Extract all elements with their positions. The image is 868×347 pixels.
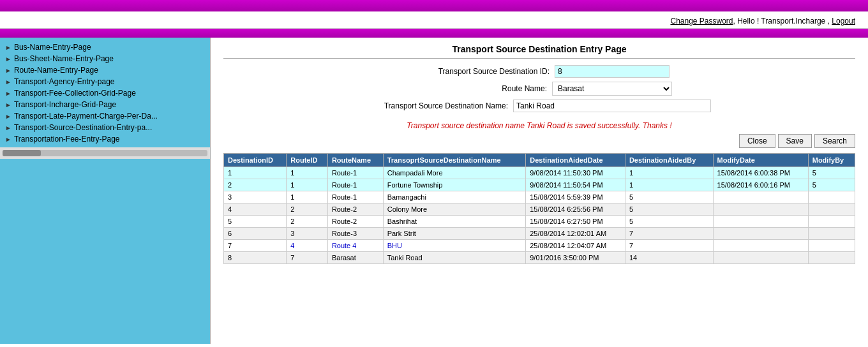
table-row[interactable]: 21Route-1Fortune Township9/08/2014 11:50… [224,179,855,191]
table-cell: 1 [287,191,328,203]
table-row[interactable]: 11Route-1Champadali More9/08/2014 11:50:… [224,167,855,179]
search-button[interactable]: Search [814,134,855,148]
table-cell: 15/08/2014 6:00:16 PM [713,179,808,191]
sidebar: ►Bus-Name-Entry-Page►Bus-Sheet-Name-Entr… [0,38,211,344]
table-header-cell: DestinationID [224,154,287,167]
table-cell: 9/08/2014 11:50:54 PM [526,179,625,191]
sidebar-item-label: Bus-Sheet-Name-Entry-Page [14,54,114,63]
table-cell: 5 [808,179,855,191]
save-button[interactable]: Save [778,134,812,148]
greeting-label: Hello ! Transport.Incharge [737,17,825,26]
table-cell: Barasat [327,252,383,264]
table-cell: 9/01/2016 3:50:00 PM [526,252,625,264]
table-cell: 7 [224,240,287,252]
table-cell: 5 [808,167,855,179]
destination-input[interactable] [513,100,711,112]
sidebar-arrow-icon: ► [5,113,11,120]
table-row[interactable]: 87BarasatTanki Road9/01/2016 3:50:00 PM1… [224,252,855,264]
table-cell: 4 [224,203,287,216]
sidebar-item[interactable]: ►Bus-Sheet-Name-Entry-Page [0,53,210,64]
table-cell: 15/08/2014 6:25:56 PM [526,203,625,216]
table-cell: 7 [287,252,328,264]
route-label: Route Name: [407,84,547,93]
table-cell: Park Strit [383,228,526,240]
table-cell: 4 [287,240,328,252]
change-password-link[interactable]: Change Password [670,17,733,26]
table-cell: 5 [625,203,713,216]
sidebar-item[interactable]: ►Route-Name-Entry-Page [0,64,210,76]
sidebar-arrow-icon: ► [5,136,11,143]
sidebar-scrollbar-area[interactable] [0,147,210,159]
table-cell [713,228,808,240]
table-cell: 2 [287,203,328,216]
table-header-cell: TransoprtSourceDestinationName [383,154,526,167]
table-cell: Route-3 [327,228,383,240]
table-cell: 9/08/2014 11:50:30 PM [526,167,625,179]
table-cell [713,203,808,216]
success-message: Transport source destination name Tanki … [223,121,855,130]
table-cell [713,252,808,264]
form-section: Transport Source Destination ID: Route N… [223,65,855,116]
header-area: Change Password, Hello ! Transport.Incha… [0,11,868,29]
sidebar-arrow-icon: ► [5,90,11,97]
sidebar-item[interactable]: ►Bus-Name-Entry-Page [0,41,210,53]
sidebar-item-label: Transport-Late-Payment-Charge-Per-Da... [14,112,158,121]
route-select[interactable]: Barasat [552,82,672,96]
transport-id-input[interactable] [555,65,670,78]
data-table: DestinationIDRouteIDRouteNameTransoprtSo… [223,153,855,264]
sidebar-arrow-icon: ► [5,55,11,63]
sidebar-item[interactable]: ►Transport-Agency-Entry-page [0,76,210,87]
table-cell [808,228,855,240]
table-header-cell: RouteID [287,154,328,167]
form-row-route: Route Name: Barasat [407,82,672,96]
table-cell [808,216,855,228]
table-header-cell: ModifyBy [808,154,855,167]
table-cell: 7 [625,240,713,252]
button-row: Close Save Search [223,134,855,148]
sidebar-arrow-icon: ► [5,101,11,108]
sidebar-item-label: Transportation-Fee-Entry-Page [14,135,120,144]
sidebar-item-label: Transport-Agency-Entry-page [14,77,115,86]
table-cell: 6 [224,228,287,240]
close-button[interactable]: Close [739,134,775,148]
form-row-id: Transport Source Destination ID: [409,65,670,78]
table-row[interactable]: 63Route-3Park Strit25/08/2014 12:02:01 A… [224,228,855,240]
table-cell: 25/08/2014 12:04:07 AM [526,240,625,252]
sidebar-item-label: Transport-Incharge-Grid-Page [14,100,116,109]
sidebar-item-list: ►Bus-Name-Entry-Page►Bus-Sheet-Name-Entr… [0,41,210,145]
table-row[interactable]: 42Route-2Colony More15/08/2014 6:25:56 P… [224,203,855,216]
page-title: Transport Source Destination Entry Page [223,44,855,59]
table-cell: Route-1 [327,191,383,203]
sidebar-item[interactable]: ►Transport-Incharge-Grid-Page [0,99,210,110]
table-header-cell: DestinationAidedDate [526,154,625,167]
sidebar-arrow-icon: ► [5,44,11,51]
table-row[interactable]: 31Route-1Bamangachi15/08/2014 5:59:39 PM… [224,191,855,203]
table-cell: Route-1 [327,179,383,191]
nav-bar [0,29,868,38]
sidebar-item[interactable]: ►Transport-Source-Destination-Entry-pa..… [0,122,210,133]
header-links: Change Password, Hello ! Transport.Incha… [670,17,855,26]
table-cell: 1 [625,179,713,191]
table-cell: 1 [287,179,328,191]
sidebar-item[interactable]: ►Transport-Fee-Collection-Grid-Page [0,87,210,99]
sidebar-item[interactable]: ►Transport-Late-Payment-Charge-Per-Da... [0,110,210,122]
sidebar-arrow-icon: ► [5,78,11,85]
table-cell: 7 [625,228,713,240]
table-header-cell: DestinationAidedBy [625,154,713,167]
logout-link[interactable]: Logout [832,17,855,26]
table-cell [713,191,808,203]
table-cell: 15/08/2014 6:00:38 PM [713,167,808,179]
table-cell: 1 [287,167,328,179]
table-cell: Route-2 [327,216,383,228]
table-cell: Bamangachi [383,191,526,203]
table-row[interactable]: 52Route-2Bashrihat15/08/2014 6:27:50 PM5 [224,216,855,228]
table-cell: BHU [383,240,526,252]
sidebar-item[interactable]: ►Transportation-Fee-Entry-Page [0,133,210,145]
table-cell: Champadali More [383,167,526,179]
table-cell: Colony More [383,203,526,216]
table-cell: Route 4 [327,240,383,252]
table-row[interactable]: 74Route 4BHU25/08/2014 12:04:07 AM7 [224,240,855,252]
sidebar-item-label: Transport-Fee-Collection-Grid-Page [14,89,136,98]
table-cell: 5 [625,191,713,203]
content-area: Transport Source Destination Entry Page … [211,38,868,344]
